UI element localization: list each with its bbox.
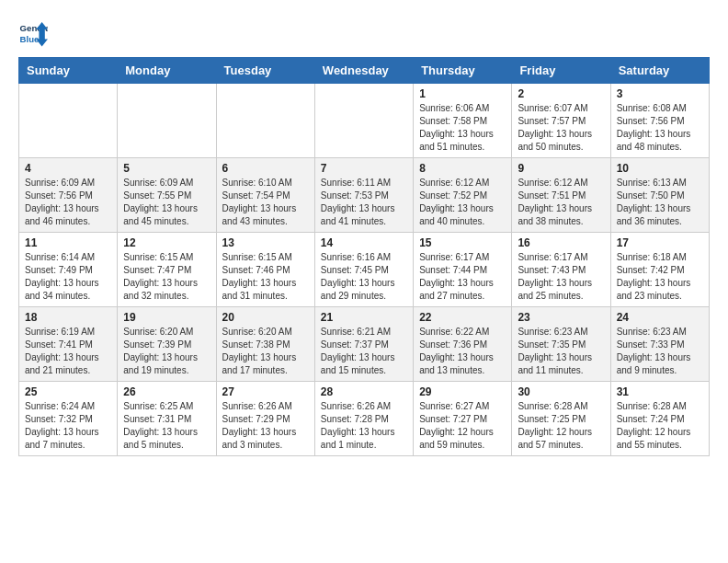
day-info: Sunrise: 6:18 AMSunset: 7:42 PMDaylight:… [617,251,703,303]
day-info: Sunrise: 6:24 AMSunset: 7:32 PMDaylight:… [25,400,111,452]
day-info: Sunrise: 6:12 AMSunset: 7:52 PMDaylight:… [419,177,506,228]
day-info: Sunrise: 6:26 AMSunset: 7:28 PMDaylight:… [321,400,407,452]
weekday-header-saturday: Saturday [610,58,709,84]
day-info: Sunrise: 6:22 AMSunset: 7:36 PMDaylight:… [419,326,506,377]
day-cell: 23Sunrise: 6:23 AMSunset: 7:35 PMDayligh… [512,307,610,382]
day-cell: 22Sunrise: 6:22 AMSunset: 7:36 PMDayligh… [414,307,512,382]
day-info: Sunrise: 6:10 AMSunset: 7:54 PMDaylight:… [222,177,309,228]
day-info: Sunrise: 6:25 AMSunset: 7:31 PMDaylight:… [123,400,210,452]
day-number: 20 [222,311,309,324]
day-number: 8 [419,162,506,175]
day-cell: 9Sunrise: 6:12 AMSunset: 7:51 PMDaylight… [512,158,610,233]
calendar-table: SundayMondayTuesdayWednesdayThursdayFrid… [18,57,710,456]
day-cell: 4Sunrise: 6:09 AMSunset: 7:56 PMDaylight… [19,158,118,233]
day-cell: 10Sunrise: 6:13 AMSunset: 7:50 PMDayligh… [610,158,709,233]
day-number: 16 [518,236,604,249]
day-info: Sunrise: 6:07 AMSunset: 7:57 PMDaylight:… [518,102,604,154]
day-number: 23 [518,311,604,324]
day-cell: 7Sunrise: 6:11 AMSunset: 7:53 PMDaylight… [314,158,413,233]
day-number: 4 [25,162,111,175]
day-number: 22 [419,311,506,324]
day-info: Sunrise: 6:15 AMSunset: 7:46 PMDaylight:… [222,251,309,303]
day-cell: 13Sunrise: 6:15 AMSunset: 7:46 PMDayligh… [216,233,314,307]
day-number: 26 [123,385,210,398]
day-info: Sunrise: 6:21 AMSunset: 7:37 PMDaylight:… [321,326,407,377]
day-number: 12 [123,236,210,249]
day-number: 24 [617,311,703,324]
day-number: 3 [617,87,703,100]
weekday-header-wednesday: Wednesday [314,58,413,84]
day-info: Sunrise: 6:20 AMSunset: 7:39 PMDaylight:… [123,326,210,377]
day-info: Sunrise: 6:11 AMSunset: 7:53 PMDaylight:… [321,177,407,228]
day-info: Sunrise: 6:23 AMSunset: 7:33 PMDaylight:… [617,326,703,377]
day-cell [118,84,216,158]
day-cell: 17Sunrise: 6:18 AMSunset: 7:42 PMDayligh… [610,233,709,307]
weekday-header-friday: Friday [512,58,610,84]
day-number: 31 [617,385,703,398]
week-row-2: 4Sunrise: 6:09 AMSunset: 7:56 PMDaylight… [19,158,710,233]
day-number: 30 [518,385,604,398]
day-info: Sunrise: 6:14 AMSunset: 7:49 PMDaylight:… [25,251,111,303]
day-info: Sunrise: 6:26 AMSunset: 7:29 PMDaylight:… [222,400,309,452]
day-info: Sunrise: 6:17 AMSunset: 7:43 PMDaylight:… [518,251,604,303]
logo-icon: General Blue [18,18,48,48]
day-number: 25 [25,385,111,398]
day-cell [19,84,118,158]
day-info: Sunrise: 6:28 AMSunset: 7:24 PMDaylight:… [617,400,703,452]
day-info: Sunrise: 6:06 AMSunset: 7:58 PMDaylight:… [419,102,506,154]
day-number: 5 [123,162,210,175]
page-header: General Blue [18,18,710,48]
day-cell: 30Sunrise: 6:28 AMSunset: 7:25 PMDayligh… [512,382,610,456]
weekday-header-monday: Monday [118,58,216,84]
day-cell: 8Sunrise: 6:12 AMSunset: 7:52 PMDaylight… [414,158,512,233]
day-number: 2 [518,87,604,100]
day-cell [216,84,314,158]
day-number: 1 [419,87,506,100]
svg-text:Blue: Blue [20,34,40,44]
day-cell: 24Sunrise: 6:23 AMSunset: 7:33 PMDayligh… [610,307,709,382]
weekday-header-row: SundayMondayTuesdayWednesdayThursdayFrid… [19,58,710,84]
weekday-header-sunday: Sunday [19,58,118,84]
day-cell: 15Sunrise: 6:17 AMSunset: 7:44 PMDayligh… [414,233,512,307]
day-info: Sunrise: 6:08 AMSunset: 7:56 PMDaylight:… [617,102,703,154]
day-cell: 6Sunrise: 6:10 AMSunset: 7:54 PMDaylight… [216,158,314,233]
day-cell: 21Sunrise: 6:21 AMSunset: 7:37 PMDayligh… [314,307,413,382]
day-cell: 3Sunrise: 6:08 AMSunset: 7:56 PMDaylight… [610,84,709,158]
day-number: 15 [419,236,506,249]
day-info: Sunrise: 6:23 AMSunset: 7:35 PMDaylight:… [518,326,604,377]
day-cell: 27Sunrise: 6:26 AMSunset: 7:29 PMDayligh… [216,382,314,456]
day-cell: 19Sunrise: 6:20 AMSunset: 7:39 PMDayligh… [118,307,216,382]
weekday-header-tuesday: Tuesday [216,58,314,84]
day-number: 17 [617,236,703,249]
day-info: Sunrise: 6:17 AMSunset: 7:44 PMDaylight:… [419,251,506,303]
day-cell: 16Sunrise: 6:17 AMSunset: 7:43 PMDayligh… [512,233,610,307]
day-cell: 28Sunrise: 6:26 AMSunset: 7:28 PMDayligh… [314,382,413,456]
day-cell: 25Sunrise: 6:24 AMSunset: 7:32 PMDayligh… [19,382,118,456]
day-info: Sunrise: 6:19 AMSunset: 7:41 PMDaylight:… [25,326,111,377]
day-cell: 12Sunrise: 6:15 AMSunset: 7:47 PMDayligh… [118,233,216,307]
day-cell: 14Sunrise: 6:16 AMSunset: 7:45 PMDayligh… [314,233,413,307]
week-row-1: 1Sunrise: 6:06 AMSunset: 7:58 PMDaylight… [19,84,710,158]
week-row-4: 18Sunrise: 6:19 AMSunset: 7:41 PMDayligh… [19,307,710,382]
day-number: 18 [25,311,111,324]
day-cell [314,84,413,158]
day-info: Sunrise: 6:16 AMSunset: 7:45 PMDaylight:… [321,251,407,303]
day-cell: 11Sunrise: 6:14 AMSunset: 7:49 PMDayligh… [19,233,118,307]
weekday-header-thursday: Thursday [414,58,512,84]
day-number: 28 [321,385,407,398]
day-number: 14 [321,236,407,249]
day-info: Sunrise: 6:09 AMSunset: 7:56 PMDaylight:… [25,177,111,228]
day-info: Sunrise: 6:15 AMSunset: 7:47 PMDaylight:… [123,251,210,303]
day-number: 10 [617,162,703,175]
day-number: 13 [222,236,309,249]
day-number: 19 [123,311,210,324]
day-number: 21 [321,311,407,324]
day-number: 6 [222,162,309,175]
day-number: 11 [25,236,111,249]
day-cell: 26Sunrise: 6:25 AMSunset: 7:31 PMDayligh… [118,382,216,456]
week-row-3: 11Sunrise: 6:14 AMSunset: 7:49 PMDayligh… [19,233,710,307]
day-cell: 1Sunrise: 6:06 AMSunset: 7:58 PMDaylight… [414,84,512,158]
day-cell: 18Sunrise: 6:19 AMSunset: 7:41 PMDayligh… [19,307,118,382]
day-number: 29 [419,385,506,398]
day-number: 9 [518,162,604,175]
